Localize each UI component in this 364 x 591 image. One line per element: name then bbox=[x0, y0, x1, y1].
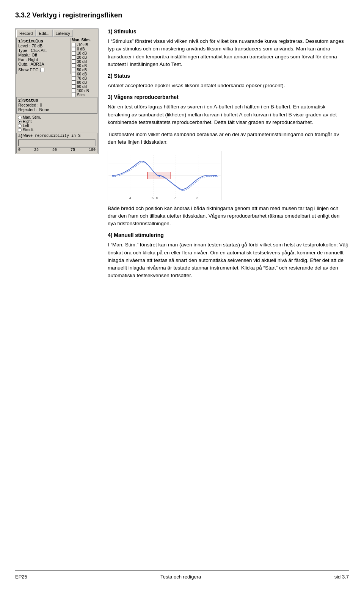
db-row: 50 dB bbox=[72, 68, 97, 72]
svg-text:7: 7 bbox=[174, 196, 176, 200]
latency-button[interactable]: Latency bbox=[53, 30, 74, 37]
db-list: -10 dB0 dB10 dB20 dB30 dB40 dB50 dB60 dB… bbox=[72, 43, 97, 97]
s3-para3: Både bredd och position kan ändras i båd… bbox=[108, 205, 349, 228]
db-row: 0 dB bbox=[72, 47, 97, 51]
db-checkbox[interactable] bbox=[72, 47, 76, 51]
db-checkbox[interactable] bbox=[72, 76, 76, 80]
show-eeg-row: Show EEG bbox=[18, 67, 69, 72]
mark-100: 100 bbox=[89, 148, 96, 152]
db-value-label: 70 dB bbox=[77, 76, 87, 80]
db-checkbox[interactable] bbox=[72, 85, 76, 89]
footer-left: EP25 bbox=[15, 574, 27, 580]
s4-heading: 4) Manuell stimulering bbox=[108, 232, 349, 238]
db-checkbox[interactable] bbox=[72, 43, 76, 47]
s2-para: Antalet accepterade epoker visas liksom … bbox=[108, 82, 349, 89]
db-value-label: Stim. bbox=[77, 93, 86, 97]
db-row: 60 dB bbox=[72, 72, 97, 76]
progress-track: 0 25 50 75 100 bbox=[18, 147, 96, 152]
db-value-label: 80 dB bbox=[77, 80, 87, 85]
right-label: Right bbox=[23, 119, 31, 124]
db-row: Stim. bbox=[72, 93, 97, 97]
db-row: 100 dB bbox=[72, 89, 97, 93]
recorded-label: Recorded : 0 bbox=[18, 103, 42, 107]
stimulus-section: 1)Stimulus Level : 70 dB Type : Click Al… bbox=[16, 38, 71, 74]
db-checkbox[interactable] bbox=[72, 80, 76, 85]
db-value-label: 90 dB bbox=[77, 85, 87, 89]
wave-number-label: 3) bbox=[18, 134, 23, 138]
db-checkbox[interactable] bbox=[72, 51, 76, 55]
db-checkbox[interactable] bbox=[72, 72, 76, 76]
db-value-label: 50 dB bbox=[77, 68, 87, 72]
s1-para: I “Stimulus” fönstret visas vid vilken n… bbox=[108, 38, 349, 68]
show-eeg-checkbox[interactable] bbox=[40, 68, 44, 72]
section-4: 4) Manuell stimulering I “Man. Stim.” fö… bbox=[108, 232, 349, 279]
s3-para1: När en test utförs lagras hälften av sva… bbox=[108, 103, 349, 126]
wave-chart: 4 5 6 7 8 bbox=[108, 151, 221, 200]
db-value-label: 10 dB bbox=[77, 51, 87, 55]
db-value-label: 0 dB bbox=[77, 47, 85, 51]
rejected-text: Rejected : bbox=[18, 107, 37, 112]
rejected-value: None bbox=[39, 107, 49, 112]
simult-label: Simult. bbox=[23, 128, 35, 132]
type-label: Type : Click Alt. bbox=[18, 48, 69, 53]
wave-title-label: Wave reproducibility in % bbox=[24, 134, 80, 138]
ui-toolbar: Record Edit... Latency bbox=[16, 30, 97, 37]
recorded-value: 0 bbox=[40, 103, 42, 107]
db-row: 40 dB bbox=[72, 64, 97, 68]
radio-stim-btn[interactable] bbox=[18, 116, 22, 119]
radio-right: Right bbox=[18, 119, 96, 124]
section-1: 1) Stimulus I “Stimulus” fönstret visas … bbox=[108, 28, 349, 68]
db-checkbox[interactable] bbox=[72, 89, 76, 93]
radio-right-btn[interactable] bbox=[18, 120, 22, 124]
svg-text:6: 6 bbox=[156, 196, 158, 200]
edit-button[interactable]: Edit... bbox=[36, 30, 52, 37]
radio-group: Man. Stim. Right Left Simult. bbox=[18, 115, 96, 132]
radio-left-btn[interactable] bbox=[18, 124, 22, 128]
man-stim-title: Man. Stim. bbox=[72, 38, 97, 42]
s3-heading: 3) Vågens reproducerbarhet bbox=[108, 94, 349, 100]
svg-text:4: 4 bbox=[129, 196, 132, 200]
status-number-label: 2)Status bbox=[18, 98, 96, 103]
ui-screenshot: Record Edit... Latency 1)Stimulus Level … bbox=[15, 28, 99, 154]
db-row: 30 dB bbox=[72, 60, 97, 64]
page-heading: 3.3.2 Verktyg i registreringsfliken bbox=[15, 11, 349, 19]
footer-center: Testa och redigera bbox=[160, 574, 201, 580]
radio-simult-btn[interactable] bbox=[18, 128, 22, 132]
record-button[interactable]: Record bbox=[16, 30, 36, 37]
radio-simult: Simult. bbox=[18, 128, 96, 132]
ear-label: Ear : Right bbox=[18, 57, 69, 62]
mask-label: Mask.: Off bbox=[18, 53, 69, 57]
mark-75: 75 bbox=[71, 148, 75, 152]
footer: EP25 Testa och redigera sid 3.7 bbox=[15, 571, 349, 580]
db-value-label: -10 dB bbox=[77, 43, 88, 47]
s2-heading: 2) Status bbox=[108, 73, 349, 79]
db-checkbox[interactable] bbox=[72, 93, 76, 97]
s4-para: I “Man. Stim.” fönstret kan man (även in… bbox=[108, 241, 349, 279]
page: 3.3.2 Verktyg i registreringsfliken Reco… bbox=[0, 0, 364, 591]
radio-left: Left bbox=[18, 124, 96, 128]
db-row: 70 dB bbox=[72, 76, 97, 80]
db-checkbox[interactable] bbox=[72, 64, 76, 68]
db-checkbox[interactable] bbox=[72, 55, 76, 60]
s3-para2: Tidsfönstret inom vilket detta samband b… bbox=[108, 131, 349, 146]
output-label: Outp.: ABR3A bbox=[18, 62, 69, 66]
db-value-label: 20 dB bbox=[77, 55, 87, 60]
db-checkbox[interactable] bbox=[72, 60, 76, 64]
right-content: 1) Stimulus I “Stimulus” fönstret visas … bbox=[108, 28, 349, 571]
db-checkbox[interactable] bbox=[72, 68, 76, 72]
show-eeg-label: Show EEG bbox=[18, 67, 39, 72]
left-panel: Record Edit... Latency 1)Stimulus Level … bbox=[15, 28, 99, 571]
man-stim-panel: Man. Stim. -10 dB0 dB10 dB20 dB30 dB40 d… bbox=[72, 38, 97, 97]
s1-heading: 1) Stimulus bbox=[108, 28, 349, 34]
recorded-text: Recorded : bbox=[18, 103, 39, 107]
footer-right: sid 3.7 bbox=[334, 574, 349, 580]
wave-section: 3) Wave reproducibility in % 0 25 50 75 … bbox=[16, 133, 97, 153]
db-row: -10 dB bbox=[72, 43, 97, 47]
mark-25: 25 bbox=[34, 148, 39, 152]
stim-label: Man. Stim. bbox=[23, 115, 41, 119]
status-section: 2)Status Recorded : 0 Rejected : None bbox=[16, 97, 97, 114]
left-label: Left bbox=[23, 124, 29, 128]
mark-50: 50 bbox=[52, 148, 57, 152]
db-row: 90 dB bbox=[72, 85, 97, 89]
mark-0: 0 bbox=[18, 148, 20, 152]
